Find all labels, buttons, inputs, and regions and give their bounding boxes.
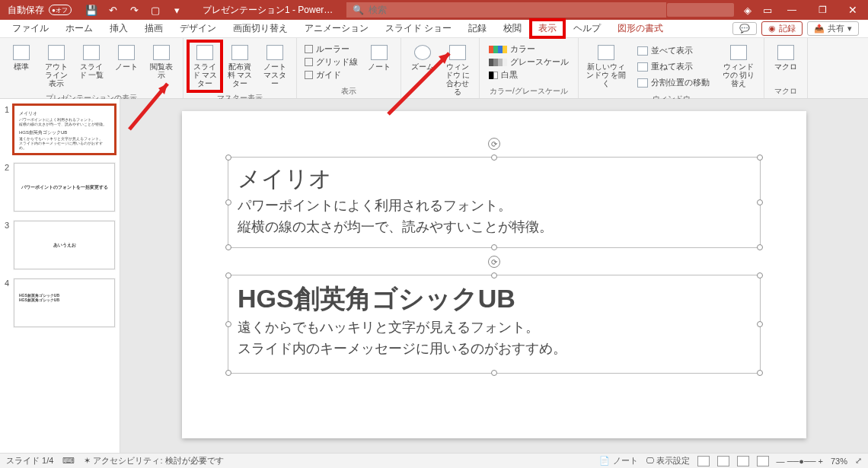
tab-review[interactable]: 校閲	[496, 20, 529, 37]
btn-zoom[interactable]: ズーム	[406, 41, 439, 75]
badge-icon[interactable]: ◈	[742, 4, 754, 16]
btn-reading-view[interactable]: 閲覧表示	[145, 41, 178, 83]
save-icon[interactable]: 💾	[85, 4, 97, 16]
status-bar: スライド 1/4 ⌨ ✶ アクセシビリティ: 検討が必要です 📄 ノート 🖵 表…	[0, 453, 868, 468]
tab-transitions[interactable]: 画面切り替え	[225, 20, 295, 37]
btn-notes-master[interactable]: ノート マスター	[258, 41, 292, 91]
group-window: 新しいウィンドウ を開く 並べて表示 重ねて表示 分割位置の移動 ウィンドウの …	[579, 38, 764, 98]
tb1-line1: パワーポイントによく利用されるフォント。	[228, 195, 760, 216]
btn-notes-page[interactable]: ノート	[110, 41, 143, 75]
tab-design[interactable]: デザイン	[172, 20, 224, 37]
btn-cascade[interactable]: 重ねて表示	[633, 59, 713, 75]
autosave-label: 自動保存	[8, 4, 44, 17]
btn-move-split[interactable]: 分割位置の移動	[633, 75, 713, 91]
group-macro: マクロ マクロ	[764, 38, 808, 98]
btn-new-window[interactable]: 新しいウィンドウ を開く	[583, 41, 629, 91]
user-name-redacted	[667, 3, 734, 17]
tab-insert[interactable]: 挿入	[102, 20, 136, 37]
tab-home[interactable]: ホーム	[58, 20, 101, 37]
slide: ⟳ メイリオ パワーポイントによく利用されるフォント。 縦横の線の太さが均一で、…	[182, 111, 806, 438]
btn-slide-sorter[interactable]: スライド 一覧	[75, 41, 108, 83]
zoom-slider[interactable]: — ──●── +	[777, 457, 823, 466]
btn-slide-master[interactable]: スライド マスター	[188, 41, 222, 91]
status-display[interactable]: 🖵 表示設定	[646, 455, 690, 466]
search-input[interactable]	[369, 5, 660, 15]
zoom-value[interactable]: 73%	[831, 457, 847, 466]
textbox-2[interactable]: ⟳ HGS創英角ゴシックUB 遠くからでもハッキリと文字が見えるフォント。 スラ…	[228, 275, 761, 374]
slide-thumbnails: 1 メイリオ パワーポイントによく利用されるフォント。 縦横の線の太さが均一で、…	[0, 99, 120, 453]
tab-file[interactable]: ファイル	[5, 20, 56, 37]
chk-gridlines[interactable]: グリッド線	[305, 56, 358, 68]
tb1-line2: 縦横の線の太さが均一で、読みやすいことが特徴。	[228, 216, 760, 237]
view-slideshow-icon[interactable]	[757, 456, 769, 466]
btn-color[interactable]: カラー	[487, 43, 570, 56]
btn-macros[interactable]: マクロ	[769, 41, 803, 75]
group-master-views: スライド マスター 配布資料 マスター ノート マスター マスター表示	[183, 38, 297, 98]
btn-outline[interactable]: アウトライン 表示	[40, 41, 73, 91]
status-notes[interactable]: 📄 ノート	[599, 455, 637, 466]
group-color-grayscale: カラー グレースケール 白黒 カラー/グレースケール	[480, 38, 579, 98]
restore-button[interactable]: ❐	[807, 0, 838, 20]
title-bar: 自動保存 ● オフ 💾 ↶ ↷ ▢ ▾ プレゼンテーション1 - Power… …	[0, 0, 868, 20]
thumbnail-3[interactable]: あいうえお	[14, 221, 115, 269]
btn-blackwhite[interactable]: 白黒	[487, 68, 570, 81]
user-area: ◈ ▭	[667, 3, 777, 17]
comments-chip[interactable]: 💬	[732, 22, 757, 35]
ribbon: 標準 アウトライン 表示 スライド 一覧 ノート 閲覧表示 プレゼンテーションの…	[0, 38, 868, 99]
slide-canvas[interactable]: ⟳ メイリオ パワーポイントによく利用されるフォント。 縦横の線の太さが均一で、…	[120, 99, 868, 453]
more-icon[interactable]: ▾	[171, 4, 183, 16]
btn-normal[interactable]: 標準	[5, 41, 38, 75]
tb2-line2: スライド内のキーメッセージに用いるのがおすすめ。	[228, 338, 760, 359]
tb1-title: メイリオ	[228, 158, 760, 195]
tab-slideshow[interactable]: スライド ショー	[378, 20, 459, 37]
tab-shape-format[interactable]: 図形の書式	[610, 20, 671, 37]
tab-animations[interactable]: アニメーション	[297, 20, 376, 37]
group-zoom: ズーム ウィンドウ に合わせる ズーム	[401, 38, 480, 98]
btn-switch-windows[interactable]: ウィンドウの 切り替え	[718, 41, 759, 91]
tab-help[interactable]: ヘルプ	[566, 20, 608, 37]
textbox-1[interactable]: ⟳ メイリオ パワーポイントによく利用されるフォント。 縦横の線の太さが均一で、…	[228, 157, 761, 248]
share-chip[interactable]: 📤 共有 ▾	[807, 21, 859, 36]
chk-guides[interactable]: ガイド	[305, 68, 358, 81]
document-title: プレゼンテーション1 - Power…	[189, 4, 346, 17]
rotate-handle-icon[interactable]: ⟳	[488, 138, 500, 150]
work-area: 1 メイリオ パワーポイントによく利用されるフォント。 縦横の線の太さが均一で、…	[0, 99, 868, 453]
ribbon-options-icon[interactable]: ▭	[761, 4, 774, 16]
undo-icon[interactable]: ↶	[107, 4, 119, 16]
thumbnail-1[interactable]: メイリオ パワーポイントによく利用されるフォント。 縦横の線の太さが均一で、読み…	[14, 105, 115, 154]
redo-icon[interactable]: ↷	[128, 4, 140, 16]
ribbon-tabs: ファイル ホーム 挿入 描画 デザイン 画面切り替え アニメーション スライド …	[0, 20, 868, 38]
tb2-title: HGS創英角ゴシックUB	[228, 275, 760, 317]
thumbnail-4[interactable]: HGS創英角ゴシックUBHGS創英角ゴシックUB	[14, 279, 115, 327]
tb2-line1: 遠くからでもハッキリと文字が見えるフォント。	[228, 317, 760, 338]
status-slide-count: スライド 1/4	[6, 455, 53, 466]
btn-grayscale[interactable]: グレースケール	[487, 56, 570, 68]
minimize-button[interactable]: —	[777, 0, 807, 20]
autosave-toggle[interactable]: ● オフ	[49, 5, 72, 15]
btn-notes[interactable]: ノート	[362, 41, 396, 75]
rotate-handle-icon[interactable]: ⟳	[488, 256, 500, 268]
chk-ruler[interactable]: ルーラー	[305, 43, 358, 56]
autosave[interactable]: 自動保存 ● オフ	[0, 4, 79, 17]
close-button[interactable]: ✕	[838, 0, 868, 20]
view-sorter-icon[interactable]	[717, 456, 729, 466]
tab-draw[interactable]: 描画	[137, 20, 171, 37]
view-reading-icon[interactable]	[737, 456, 749, 466]
group-show: ルーラー グリッド線 ガイド ノート 表示	[297, 38, 401, 98]
tab-view[interactable]: 表示	[531, 20, 564, 37]
search-box[interactable]: 🔍	[346, 2, 666, 18]
record-chip[interactable]: ◉ 記録	[761, 21, 803, 36]
btn-arrange-all[interactable]: 並べて表示	[633, 43, 713, 59]
present-icon[interactable]: ▢	[149, 4, 161, 16]
search-icon: 🔍	[353, 5, 364, 15]
group-presentation-views: 標準 アウトライン 表示 スライド 一覧 ノート 閲覧表示 プレゼンテーションの…	[0, 38, 183, 98]
status-lang-icon[interactable]: ⌨	[62, 456, 75, 466]
btn-handout-master[interactable]: 配布資料 マスター	[223, 41, 257, 91]
status-a11y[interactable]: ✶ アクセシビリティ: 検討が必要です	[84, 455, 223, 466]
btn-fit-window[interactable]: ウィンドウ に合わせる	[441, 41, 474, 100]
quick-access-toolbar: 💾 ↶ ↷ ▢ ▾	[79, 4, 189, 16]
thumbnail-2[interactable]: パワーポイントのフォントを一括変更する	[14, 163, 115, 212]
fit-icon[interactable]: ⤢	[855, 456, 862, 466]
view-normal-icon[interactable]	[697, 456, 710, 466]
tab-record[interactable]: 記録	[461, 20, 494, 37]
